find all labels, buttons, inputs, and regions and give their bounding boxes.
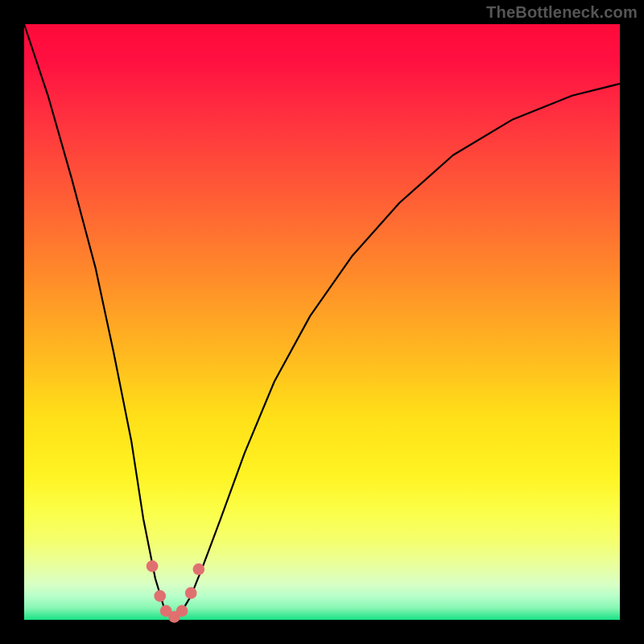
curve-marker <box>185 587 197 599</box>
curve-marker <box>147 560 159 572</box>
chart-frame: TheBottleneck.com <box>0 0 644 644</box>
plot-area <box>24 24 620 620</box>
chart-svg <box>24 24 620 620</box>
curve-marker <box>176 605 188 617</box>
bottleneck-curve <box>24 24 620 620</box>
curve-marker <box>154 590 166 602</box>
curve-marker <box>192 564 204 576</box>
watermark-text: TheBottleneck.com <box>486 3 638 22</box>
curve-markers <box>147 560 204 623</box>
